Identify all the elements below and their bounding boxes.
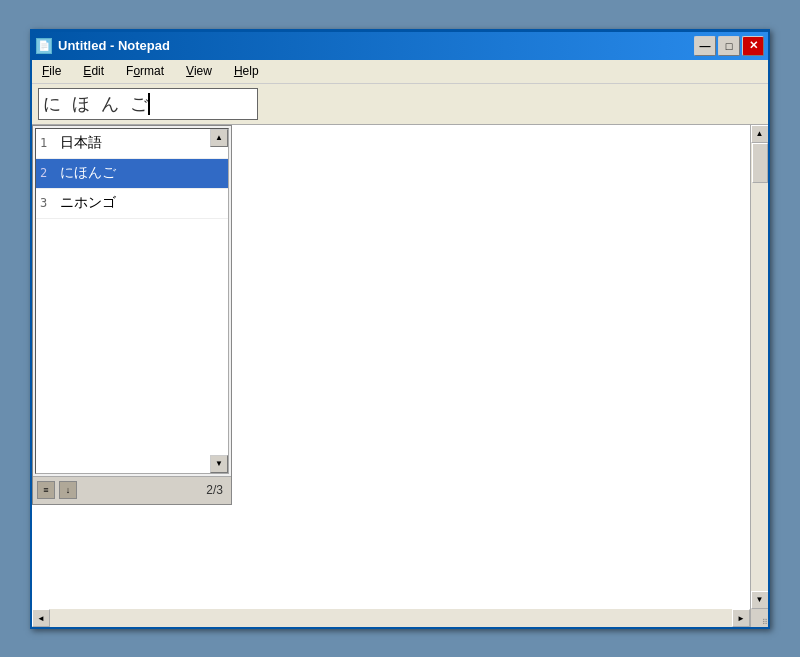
maximize-button[interactable]: □ [718, 36, 740, 56]
ime-input-text: に ほ ん ご [43, 92, 148, 116]
candidate-text-2: にほんご [60, 164, 224, 182]
menu-file[interactable]: File [38, 63, 65, 79]
toolbar-area: に ほ ん ご [32, 84, 768, 125]
size-grip: ⠿ [750, 609, 768, 627]
ime-scroll-down-button[interactable]: ▼ [210, 455, 228, 473]
app-icon: 📄 [36, 38, 52, 54]
bottom-bar: ◄ ► ⠿ [32, 609, 768, 627]
candidate-row-3[interactable]: 3 ニホンゴ [36, 189, 228, 219]
candidate-number-2: 2 [40, 166, 60, 180]
menu-format[interactable]: Format [122, 63, 168, 79]
ime-input-bar[interactable]: に ほ ん ご [38, 88, 258, 120]
ime-status-bar: ≡ ↓ 2/3 [33, 476, 231, 504]
close-button[interactable]: ✕ [742, 36, 764, 56]
scroll-down-button[interactable]: ▼ [751, 591, 769, 609]
horizontal-scrollbar[interactable]: ◄ ► [32, 609, 750, 627]
ime-candidate-panel: 1 日本語 2 にほんご 3 ニホンゴ ▲ ▼ [32, 125, 232, 505]
minimize-button[interactable]: — [694, 36, 716, 56]
scroll-right-button[interactable]: ► [732, 609, 750, 627]
ime-status-icon-1[interactable]: ≡ [37, 481, 55, 499]
candidate-number-3: 3 [40, 196, 60, 210]
notepad-window: 📄 Untitled - Notepad — □ ✕ File Edit For… [30, 29, 770, 629]
menu-bar: File Edit Format View Help [32, 60, 768, 84]
menu-help[interactable]: Help [230, 63, 263, 79]
title-bar-left: 📄 Untitled - Notepad [36, 38, 170, 54]
candidate-text-3: ニホンゴ [60, 194, 224, 212]
main-content-row: 1 日本語 2 にほんご 3 ニホンゴ ▲ ▼ [32, 125, 768, 609]
candidate-text-1: 日本語 [60, 134, 224, 152]
ime-cursor [148, 93, 150, 115]
ime-status-icon-2[interactable]: ↓ [59, 481, 77, 499]
scroll-left-button[interactable]: ◄ [32, 609, 50, 627]
scroll-thumb-v[interactable] [752, 143, 768, 183]
scroll-track-h[interactable] [50, 609, 732, 627]
scroll-track-v[interactable] [751, 143, 768, 591]
menu-view[interactable]: View [182, 63, 216, 79]
title-bar: 📄 Untitled - Notepad — □ ✕ [32, 32, 768, 60]
scroll-up-button[interactable]: ▲ [751, 125, 769, 143]
ime-scroll-up-button[interactable]: ▲ [210, 129, 228, 147]
title-buttons: — □ ✕ [694, 36, 764, 56]
candidate-row-2[interactable]: 2 にほんご [36, 159, 228, 189]
menu-edit[interactable]: Edit [79, 63, 108, 79]
window-title: Untitled - Notepad [58, 38, 170, 53]
candidate-list: 1 日本語 2 にほんご 3 ニホンゴ ▲ ▼ [35, 128, 229, 474]
candidate-row-1[interactable]: 1 日本語 [36, 129, 228, 159]
candidate-number-1: 1 [40, 136, 60, 150]
ime-count: 2/3 [206, 483, 227, 497]
main-area: 1 日本語 2 にほんご 3 ニホンゴ ▲ ▼ [32, 125, 768, 609]
vertical-scrollbar[interactable]: ▲ ▼ [750, 125, 768, 609]
